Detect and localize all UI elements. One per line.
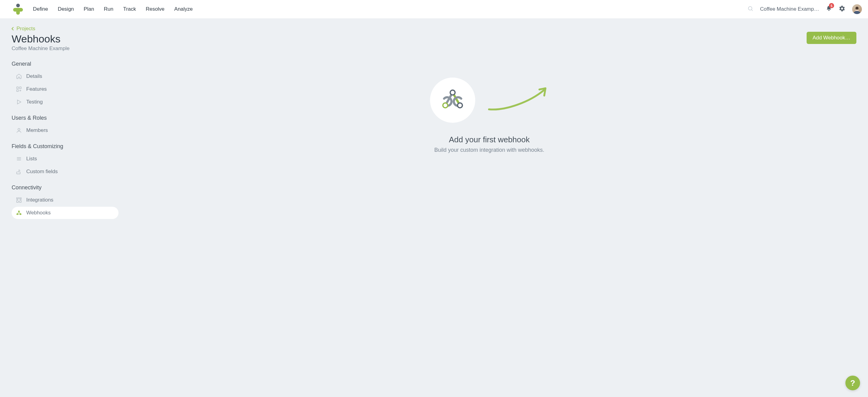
webhook-icon	[16, 210, 22, 216]
sidebar-item-label: Testing	[26, 99, 43, 105]
sidebar-item-webhooks[interactable]: Webhooks	[11, 207, 119, 219]
settings-sidebar: Projects Webhooks Coffee Machine Example…	[0, 18, 122, 229]
project-selector[interactable]: Coffee Machine Examp…	[760, 6, 819, 12]
empty-state-title: Add your first webhook	[449, 135, 530, 145]
sidebar-item-members[interactable]: Members	[11, 124, 119, 136]
sidebar-item-custom-fields[interactable]: Custom fields	[11, 165, 119, 178]
sidebar-item-label: Features	[26, 86, 47, 92]
notifications-button[interactable]: 5	[826, 5, 832, 13]
svg-rect-15	[17, 172, 21, 174]
add-webhook-button[interactable]: Add Webhook…	[807, 32, 857, 44]
svg-marker-10	[18, 100, 21, 104]
settings-icon[interactable]	[839, 5, 845, 13]
custom-fields-icon	[16, 169, 22, 175]
sidebar-item-lists[interactable]: Lists	[11, 153, 119, 165]
svg-line-4	[751, 10, 752, 11]
sidebar-item-label: Lists	[26, 156, 37, 162]
main-content: Add Webhook…	[122, 18, 868, 229]
svg-point-11	[18, 128, 20, 130]
nav-item-plan[interactable]: Plan	[84, 6, 94, 12]
empty-state-subtitle: Build your custom integration with webho…	[434, 147, 544, 153]
empty-state: Add your first webhook Build your custom…	[122, 78, 857, 153]
svg-point-3	[748, 6, 752, 10]
svg-rect-7	[17, 90, 19, 92]
home-icon	[16, 73, 22, 80]
webhook-illustration-icon	[440, 89, 465, 112]
user-avatar[interactable]	[852, 4, 862, 14]
sidebar-item-label: Custom fields	[26, 169, 58, 175]
breadcrumb-back[interactable]: Projects	[11, 26, 122, 32]
sidebar-item-details[interactable]: Details	[11, 70, 119, 83]
breadcrumb-label: Projects	[17, 26, 35, 32]
play-icon	[16, 99, 22, 105]
page-subtitle: Coffee Machine Example	[11, 45, 122, 52]
section-heading-connectivity: Connectivity	[11, 184, 122, 191]
sidebar-item-label: Webhooks	[26, 210, 51, 216]
nav-item-run[interactable]: Run	[104, 6, 113, 12]
sidebar-item-label: Integrations	[26, 197, 54, 203]
notification-badge: 5	[829, 3, 834, 8]
app-header: Define Design Plan Run Track Resolve Ana…	[0, 0, 868, 18]
svg-point-21	[458, 103, 462, 108]
empty-state-circle	[430, 78, 475, 123]
sidebar-item-label: Details	[26, 73, 42, 80]
features-icon	[16, 86, 22, 92]
nav-item-design[interactable]: Design	[58, 6, 74, 12]
arrow-illustration-icon	[488, 86, 549, 114]
svg-point-20	[443, 103, 448, 108]
search-icon[interactable]	[747, 5, 753, 13]
svg-rect-5	[17, 87, 19, 89]
chevron-left-icon	[11, 27, 14, 31]
list-icon	[16, 156, 22, 162]
svg-rect-2	[16, 10, 20, 14]
sidebar-item-integrations[interactable]: Integrations	[11, 194, 119, 206]
page-title: Webhooks	[11, 33, 122, 45]
svg-point-19	[450, 90, 455, 95]
section-heading-general: General	[11, 61, 122, 67]
sidebar-item-label: Members	[26, 127, 48, 133]
nav-item-track[interactable]: Track	[123, 6, 136, 12]
puzzle-icon	[16, 197, 22, 203]
sidebar-item-features[interactable]: Features	[11, 83, 119, 95]
nav-item-define[interactable]: Define	[33, 6, 48, 12]
svg-point-0	[16, 4, 20, 7]
nav-item-resolve[interactable]: Resolve	[146, 6, 164, 12]
svg-rect-6	[20, 87, 21, 89]
empty-state-visual	[430, 78, 549, 123]
main-nav: Define Design Plan Run Track Resolve Ana…	[33, 6, 193, 12]
section-heading-users: Users & Roles	[11, 115, 122, 121]
app-logo[interactable]	[12, 3, 24, 15]
nav-item-analyze[interactable]: Analyze	[175, 6, 193, 12]
section-heading-fields: Fields & Customizing	[11, 143, 122, 150]
sidebar-item-testing[interactable]: Testing	[11, 96, 119, 108]
user-icon	[16, 127, 22, 133]
